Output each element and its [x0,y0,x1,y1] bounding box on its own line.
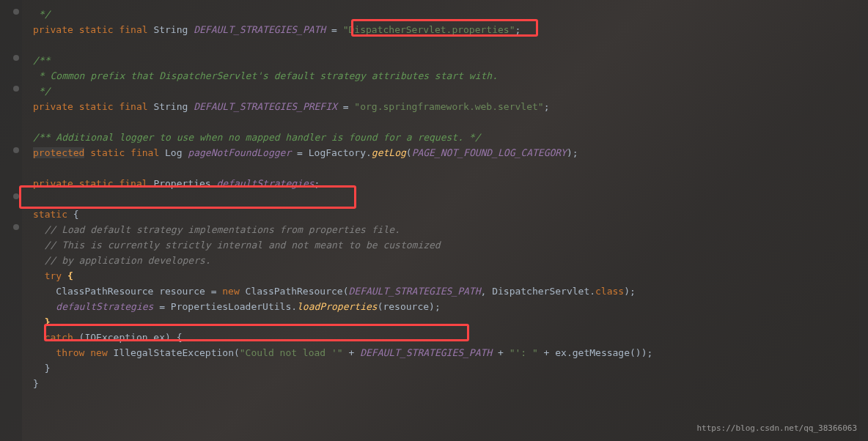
code-line [33,38,868,53]
code-line: /** Additional logger to use when no map… [33,130,868,146]
code-line: } [33,315,868,330]
code-line: } [33,377,868,392]
code-line: } [33,361,868,377]
code-line [33,115,868,130]
code-line: throw new IllegalStateException("Could n… [33,346,868,361]
code-line: private static final Properties defaultS… [33,177,868,192]
code-line: private static final String DEFAULT_STRA… [33,100,868,115]
code-line: private static final String DEFAULT_STRA… [33,23,868,38]
watermark-text: https://blog.csdn.net/qq_38366063 [696,422,857,435]
code-line: protected static final Log pageNotFoundL… [33,146,868,161]
code-line: */ [33,7,868,23]
code-line: static { [33,207,868,223]
code-line: // Load default strategy implementations… [33,223,868,238]
code-line: /** [33,53,868,69]
code-line: try { [33,269,868,284]
code-line: * Common prefix that DispatcherServlet's… [33,69,868,84]
code-line [33,161,868,177]
code-line: ClassPathResource resource = new ClassPa… [33,284,868,300]
code-line: catch (IOException ex) { [33,330,868,346]
code-line: // This is currently strictly internal a… [33,238,868,253]
code-line: // by application developers. [33,253,868,269]
code-editor-content[interactable]: */ private static final String DEFAULT_S… [0,0,868,399]
code-line [33,192,868,207]
code-line: defaultStrategies = PropertiesLoaderUtil… [33,300,868,315]
code-line: */ [33,84,868,100]
